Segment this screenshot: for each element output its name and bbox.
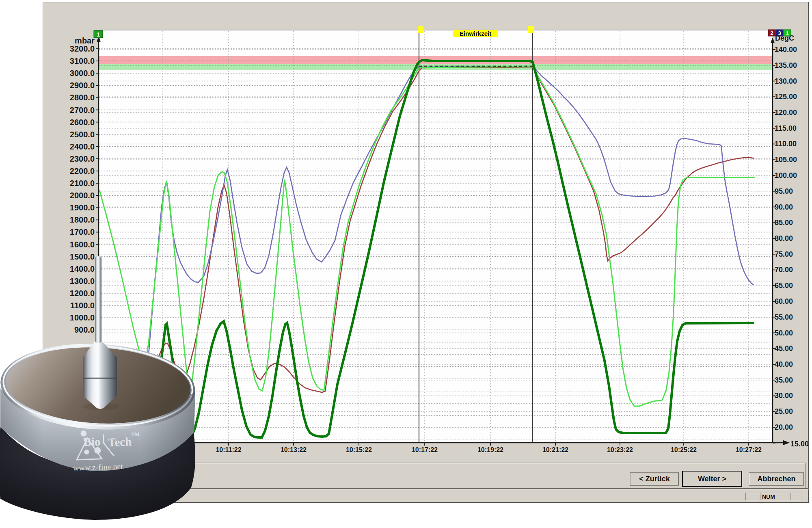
svg-text:2: 2: [770, 30, 773, 36]
svg-text:TM: TM: [131, 431, 140, 437]
svg-text:www.z-fine.net: www.z-fine.net: [73, 462, 123, 472]
svg-text:1: 1: [97, 31, 100, 38]
svg-text:Tech: Tech: [108, 435, 132, 449]
